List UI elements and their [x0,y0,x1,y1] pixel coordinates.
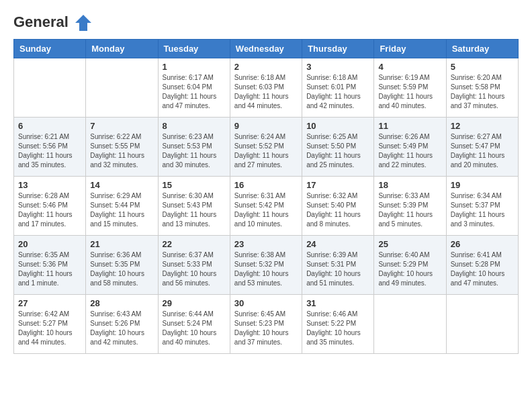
day-info: Sunrise: 6:34 AM Sunset: 5:37 PM Dayligh… [451,191,514,229]
calendar-week-2: 6Sunrise: 6:21 AM Sunset: 5:56 PM Daylig… [14,118,519,177]
day-number: 31 [306,298,369,308]
calendar-cell: 3Sunrise: 6:18 AM Sunset: 6:01 PM Daylig… [302,58,374,118]
day-number: 19 [451,180,514,190]
day-number: 12 [451,121,514,131]
day-info: Sunrise: 6:46 AM Sunset: 5:22 PM Dayligh… [306,310,369,347]
day-info: Sunrise: 6:27 AM Sunset: 5:47 PM Dayligh… [451,132,514,170]
calendar-cell: 16Sunrise: 6:31 AM Sunset: 5:42 PM Dayli… [230,177,302,236]
calendar-cell: 7Sunrise: 6:22 AM Sunset: 5:55 PM Daylig… [86,118,158,177]
calendar-cell: 30Sunrise: 6:45 AM Sunset: 5:23 PM Dayli… [230,295,302,354]
day-number: 3 [306,62,369,72]
day-number: 4 [378,62,441,72]
day-info: Sunrise: 6:38 AM Sunset: 5:32 PM Dayligh… [234,250,298,288]
day-number: 29 [163,298,226,308]
day-info: Sunrise: 6:22 AM Sunset: 5:55 PM Dayligh… [90,132,153,170]
calendar-cell: 18Sunrise: 6:33 AM Sunset: 5:39 PM Dayli… [374,177,446,236]
day-info: Sunrise: 6:45 AM Sunset: 5:23 PM Dayligh… [234,310,298,347]
day-number: 27 [18,298,81,308]
calendar-cell: 21Sunrise: 6:36 AM Sunset: 5:35 PM Dayli… [86,236,158,295]
svg-marker-0 [75,15,91,31]
calendar-cell: 15Sunrise: 6:30 AM Sunset: 5:43 PM Dayli… [158,177,230,236]
calendar-cell: 29Sunrise: 6:44 AM Sunset: 5:24 PM Dayli… [158,295,230,354]
calendar-cell: 25Sunrise: 6:40 AM Sunset: 5:29 PM Dayli… [374,236,446,295]
day-info: Sunrise: 6:18 AM Sunset: 6:03 PM Dayligh… [234,73,298,111]
day-number: 6 [18,121,81,131]
calendar-week-4: 20Sunrise: 6:35 AM Sunset: 5:36 PM Dayli… [14,236,519,295]
calendar-cell [86,58,158,118]
day-info: Sunrise: 6:29 AM Sunset: 5:44 PM Dayligh… [90,191,153,229]
calendar-week-3: 13Sunrise: 6:28 AM Sunset: 5:46 PM Dayli… [14,177,519,236]
calendar-table: SundayMondayTuesdayWednesdayThursdayFrid… [13,39,519,354]
weekday-header-sunday: Sunday [14,40,86,58]
day-info: Sunrise: 6:37 AM Sunset: 5:33 PM Dayligh… [163,250,226,288]
calendar-cell: 9Sunrise: 6:24 AM Sunset: 5:52 PM Daylig… [230,118,302,177]
calendar-cell: 11Sunrise: 6:26 AM Sunset: 5:49 PM Dayli… [374,118,446,177]
day-number: 17 [306,180,369,190]
day-info: Sunrise: 6:23 AM Sunset: 5:53 PM Dayligh… [163,132,226,170]
day-info: Sunrise: 6:33 AM Sunset: 5:39 PM Dayligh… [378,191,441,229]
weekday-header-saturday: Saturday [446,40,518,58]
calendar-cell: 1Sunrise: 6:17 AM Sunset: 6:04 PM Daylig… [158,58,230,118]
weekday-header-tuesday: Tuesday [158,40,230,58]
weekday-header-thursday: Thursday [302,40,374,58]
weekday-header-wednesday: Wednesday [230,40,302,58]
day-number: 25 [378,239,441,249]
calendar-cell: 10Sunrise: 6:25 AM Sunset: 5:50 PM Dayli… [302,118,374,177]
calendar-cell: 23Sunrise: 6:38 AM Sunset: 5:32 PM Dayli… [230,236,302,295]
day-info: Sunrise: 6:26 AM Sunset: 5:49 PM Dayligh… [378,132,441,170]
calendar-cell: 28Sunrise: 6:43 AM Sunset: 5:26 PM Dayli… [86,295,158,354]
day-info: Sunrise: 6:43 AM Sunset: 5:26 PM Dayligh… [90,310,153,347]
day-number: 30 [234,298,298,308]
day-number: 2 [234,62,298,72]
day-info: Sunrise: 6:20 AM Sunset: 5:58 PM Dayligh… [451,73,514,111]
calendar-cell: 22Sunrise: 6:37 AM Sunset: 5:33 PM Dayli… [158,236,230,295]
calendar-cell: 19Sunrise: 6:34 AM Sunset: 5:37 PM Dayli… [446,177,518,236]
calendar-cell: 17Sunrise: 6:32 AM Sunset: 5:40 PM Dayli… [302,177,374,236]
day-number: 9 [234,121,298,131]
calendar-cell: 24Sunrise: 6:39 AM Sunset: 5:31 PM Dayli… [302,236,374,295]
day-info: Sunrise: 6:39 AM Sunset: 5:31 PM Dayligh… [306,250,369,288]
day-info: Sunrise: 6:25 AM Sunset: 5:50 PM Dayligh… [306,132,369,170]
calendar-cell [14,58,86,118]
weekday-header-friday: Friday [374,40,446,58]
calendar-cell: 20Sunrise: 6:35 AM Sunset: 5:36 PM Dayli… [14,236,86,295]
page-header: General [13,13,519,32]
weekday-header-monday: Monday [86,40,158,58]
day-number: 10 [306,121,369,131]
day-info: Sunrise: 6:28 AM Sunset: 5:46 PM Dayligh… [18,191,81,229]
weekday-header-row: SundayMondayTuesdayWednesdayThursdayFrid… [14,40,519,58]
day-info: Sunrise: 6:30 AM Sunset: 5:43 PM Dayligh… [163,191,226,229]
calendar-week-5: 27Sunrise: 6:42 AM Sunset: 5:27 PM Dayli… [14,295,519,354]
day-number: 14 [90,180,153,190]
day-number: 8 [163,121,226,131]
day-number: 7 [90,121,153,131]
day-info: Sunrise: 6:24 AM Sunset: 5:52 PM Dayligh… [234,132,298,170]
day-info: Sunrise: 6:35 AM Sunset: 5:36 PM Dayligh… [18,250,81,288]
day-number: 23 [234,239,298,249]
calendar-cell: 13Sunrise: 6:28 AM Sunset: 5:46 PM Dayli… [14,177,86,236]
day-info: Sunrise: 6:19 AM Sunset: 5:59 PM Dayligh… [378,73,441,111]
day-info: Sunrise: 6:44 AM Sunset: 5:24 PM Dayligh… [163,310,226,347]
day-info: Sunrise: 6:17 AM Sunset: 6:04 PM Dayligh… [163,73,226,111]
day-info: Sunrise: 6:21 AM Sunset: 5:56 PM Dayligh… [18,132,81,170]
logo-line1: General [13,13,69,30]
day-number: 1 [163,62,226,72]
calendar-cell: 26Sunrise: 6:41 AM Sunset: 5:28 PM Dayli… [446,236,518,295]
calendar-cell: 6Sunrise: 6:21 AM Sunset: 5:56 PM Daylig… [14,118,86,177]
calendar-cell: 8Sunrise: 6:23 AM Sunset: 5:53 PM Daylig… [158,118,230,177]
calendar-cell: 31Sunrise: 6:46 AM Sunset: 5:22 PM Dayli… [302,295,374,354]
day-number: 21 [90,239,153,249]
day-number: 18 [378,180,441,190]
day-info: Sunrise: 6:31 AM Sunset: 5:42 PM Dayligh… [234,191,298,229]
day-number: 13 [18,180,81,190]
day-info: Sunrise: 6:42 AM Sunset: 5:27 PM Dayligh… [18,310,81,347]
day-info: Sunrise: 6:41 AM Sunset: 5:28 PM Dayligh… [451,250,514,288]
day-number: 5 [451,62,514,72]
day-number: 22 [163,239,226,249]
day-number: 28 [90,298,153,308]
day-number: 11 [378,121,441,131]
logo-icon [74,13,93,32]
day-info: Sunrise: 6:36 AM Sunset: 5:35 PM Dayligh… [90,250,153,288]
calendar-cell: 4Sunrise: 6:19 AM Sunset: 5:59 PM Daylig… [374,58,446,118]
calendar-cell: 14Sunrise: 6:29 AM Sunset: 5:44 PM Dayli… [86,177,158,236]
